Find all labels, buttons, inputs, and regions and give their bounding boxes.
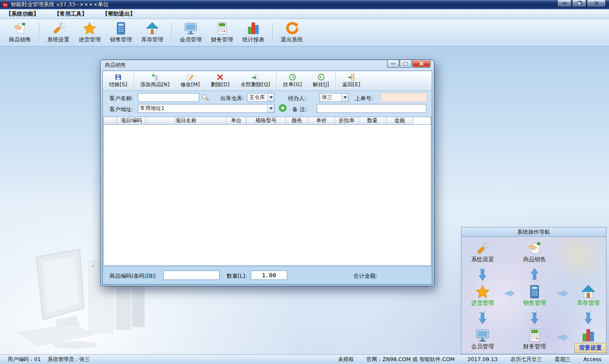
modify-button[interactable]: 修改[M] xyxy=(175,72,206,90)
minimize-icon xyxy=(562,3,567,4)
arrow-right-icon xyxy=(557,290,568,297)
status-lunar-date: 农历七月廿三 xyxy=(510,356,542,363)
toolbar-system-settings[interactable]: 系统设置 xyxy=(43,20,74,45)
dialog-minimize-button[interactable] xyxy=(387,60,399,68)
unhang-button[interactable]: 解挂[J] xyxy=(307,72,335,90)
house-icon xyxy=(145,22,159,35)
barcode-label: 商品编码(条码)[B]: xyxy=(110,272,157,280)
toolbar-separator xyxy=(276,72,277,89)
delete-all-button[interactable]: 全部删除[Q] xyxy=(235,72,276,90)
minimize-button[interactable] xyxy=(557,0,571,7)
menu-common-tools[interactable]: 【常用工具】 xyxy=(54,10,87,18)
arrow-down-icon xyxy=(584,311,593,325)
nav-goods-sale[interactable]: 商品销售 xyxy=(515,241,554,263)
nav-sales[interactable]: 销售管理 xyxy=(515,285,554,307)
status-license: 未授权 xyxy=(338,356,354,363)
status-user-code: 用户编码：01 xyxy=(8,356,41,363)
dialog-titlebar[interactable]: 商品销售 xyxy=(102,60,432,71)
monitor-icon xyxy=(184,22,198,35)
nav-inventory[interactable]: 库存管理 xyxy=(569,285,608,307)
restore-button[interactable] xyxy=(572,0,586,7)
customer-address-label: 客户地址: xyxy=(110,106,133,113)
search-icon xyxy=(201,93,209,101)
nav-system-settings[interactable]: 系统设置 xyxy=(463,241,502,263)
column-header-selector[interactable] xyxy=(104,117,117,124)
delete-button[interactable]: 删除[D] xyxy=(205,72,235,90)
window-title: 智能鞋业管理系统 v37.33--××××单位 xyxy=(11,1,109,8)
toolbar-goods-sale[interactable]: 商品销售 xyxy=(4,20,36,45)
column-header-filler xyxy=(413,117,431,124)
save-icon xyxy=(115,74,122,81)
quantity-label: 数量[L]: xyxy=(227,272,247,280)
toolbar-reports[interactable]: 统计报表 xyxy=(238,20,269,45)
column-header-unit[interactable]: 单位 xyxy=(226,117,247,124)
calculator-blue-icon xyxy=(527,285,542,299)
status-bar: 用户编码：01 系统管理员：张三 未授权 官网：ZN98.COM 或 智能软件.… xyxy=(0,354,609,364)
last-order-label: 上单号: xyxy=(355,95,373,102)
goods-sale-dialog: 商品销售 xyxy=(100,60,434,286)
toolbar-exit[interactable]: 退出系统 xyxy=(276,20,307,45)
dialog-close-button[interactable] xyxy=(412,60,431,68)
toolbar-members[interactable]: 会员管理 xyxy=(175,20,206,45)
unhang-icon xyxy=(318,74,325,81)
quantity-input[interactable] xyxy=(251,271,287,280)
toolbar-sales[interactable]: 销售管理 xyxy=(105,20,137,45)
dropdown-arrow-icon xyxy=(267,104,274,112)
calculator-white-icon xyxy=(215,22,229,35)
nav-label: 财务管理 xyxy=(523,343,546,350)
barcode-input[interactable] xyxy=(163,271,219,280)
button-label: 挂单[G] xyxy=(283,81,302,88)
menu-system-functions[interactable]: 【系统功能】 xyxy=(6,10,39,18)
column-header-item-code[interactable]: 项目编码 xyxy=(117,117,146,124)
close-button[interactable] xyxy=(587,0,606,7)
nav-members[interactable]: 会员管理 xyxy=(463,328,502,350)
maximize-icon xyxy=(404,62,408,66)
arrow-up-icon xyxy=(530,268,539,281)
toolbar-finance[interactable]: 财务管理 xyxy=(206,20,238,45)
column-header-spec[interactable]: 规格型号 xyxy=(247,117,286,124)
toolbar-purchase[interactable]: 进货管理 xyxy=(74,20,105,45)
add-item-button[interactable]: 添加商品[N] xyxy=(135,72,175,90)
toolbar-label: 销售管理 xyxy=(110,36,132,44)
handler-select[interactable]: 张三 xyxy=(320,93,348,102)
nav-purchase[interactable]: 进货管理 xyxy=(463,285,502,307)
hang-order-button[interactable]: 挂单[G] xyxy=(277,72,307,90)
column-header-discount[interactable]: 折扣率 xyxy=(335,117,359,124)
status-right: 未授权 官网：ZN98.COM 或 智能软件.COM 2017.09.13 农历… xyxy=(338,356,601,363)
barchart-icon xyxy=(581,328,595,342)
toolbar-inventory[interactable]: 库存管理 xyxy=(137,20,168,45)
button-label: 结账[S] xyxy=(109,81,127,88)
column-header-unit-price[interactable]: 单价 xyxy=(308,117,335,124)
return-button[interactable]: 返回[E] xyxy=(337,72,366,90)
warehouse-value: 主仓库 xyxy=(247,94,267,101)
toolbar-label: 财务管理 xyxy=(211,36,233,44)
nav-label: 库存管理 xyxy=(577,299,600,307)
background-settings-button[interactable]: 背景设置 xyxy=(574,343,606,353)
note-input[interactable] xyxy=(317,104,426,113)
search-button[interactable] xyxy=(201,93,209,103)
checkout-button[interactable]: 结账[S] xyxy=(104,72,133,90)
column-header-item-name[interactable]: 项目名称 xyxy=(146,117,226,124)
column-header-color[interactable]: 颜色 xyxy=(286,117,308,124)
customer-address-select[interactable]: 常用地址1 xyxy=(138,104,274,113)
table-body[interactable] xyxy=(103,125,431,266)
customer-name-input[interactable] xyxy=(138,93,199,102)
calculator-white-icon xyxy=(527,328,542,342)
add-address-button[interactable] xyxy=(279,104,287,114)
table-header-row: 项目编码 项目名称 单位 规格型号 颜色 单价 折扣率 数量 金额 xyxy=(103,117,431,125)
nav-label: 会员管理 xyxy=(471,343,494,350)
dialog-maximize-button[interactable] xyxy=(400,60,412,68)
status-website: 官网：ZN98.COM 或 智能软件.COM xyxy=(367,356,455,363)
customer-name-label: 客户名称: xyxy=(110,95,133,102)
warehouse-select[interactable]: 主仓库 xyxy=(247,93,274,102)
toolbar-label: 进货管理 xyxy=(79,36,101,44)
delete-all-icon xyxy=(252,74,259,81)
column-header-quantity[interactable]: 数量 xyxy=(359,117,387,124)
menu-help-exit[interactable]: 【帮助退出】 xyxy=(102,10,135,18)
last-order-input[interactable] xyxy=(381,93,426,102)
goods-sale-icon xyxy=(13,22,27,35)
warehouse-label: 出库仓库: xyxy=(220,95,244,102)
close-icon xyxy=(594,1,599,5)
column-header-amount[interactable]: 金额 xyxy=(387,117,413,124)
nav-finance[interactable]: 财务管理 xyxy=(515,328,554,350)
